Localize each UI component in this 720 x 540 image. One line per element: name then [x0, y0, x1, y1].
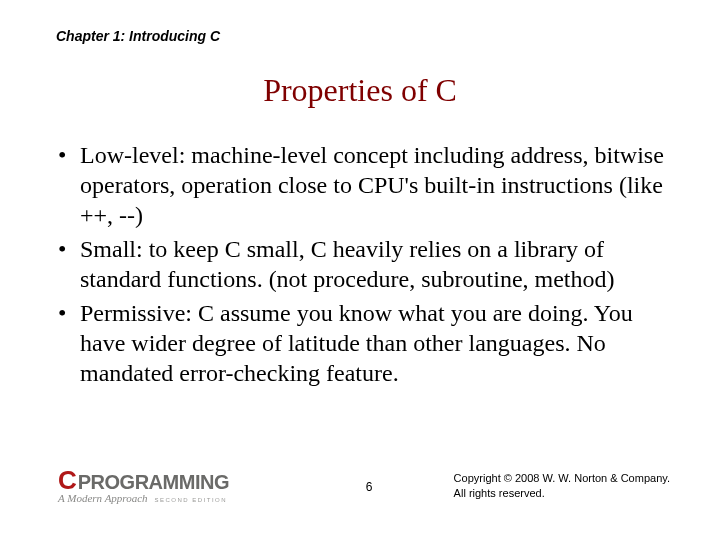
slide-title: Properties of C — [0, 72, 720, 109]
logo-subtitle: A Modern Approach SECOND EDITION — [58, 493, 229, 504]
bullet-item: Permissive: C assume you know what you a… — [58, 298, 672, 388]
book-logo: C PROGRAMMING A Modern Approach SECOND E… — [58, 467, 229, 504]
page-number: 6 — [366, 480, 373, 494]
logo-c-letter: C — [58, 467, 76, 493]
chapter-header: Chapter 1: Introducing C — [56, 28, 220, 44]
bullet-item: Low-level: machine-level concept includi… — [58, 140, 672, 230]
logo-edition-text: SECOND EDITION — [154, 497, 227, 503]
copyright-line-2: All rights reserved. — [454, 486, 670, 500]
logo-subtitle-text: A Modern Approach — [58, 492, 148, 504]
copyright-line-1: Copyright © 2008 W. W. Norton & Company. — [454, 471, 670, 485]
logo-top-row: C PROGRAMMING — [58, 467, 229, 493]
logo-programming-text: PROGRAMMING — [78, 472, 229, 492]
copyright: Copyright © 2008 W. W. Norton & Company.… — [454, 471, 670, 500]
footer: C PROGRAMMING A Modern Approach SECOND E… — [58, 460, 680, 510]
bullet-list: Low-level: machine-level concept includi… — [58, 140, 672, 392]
bullet-item: Small: to keep C small, C heavily relies… — [58, 234, 672, 294]
